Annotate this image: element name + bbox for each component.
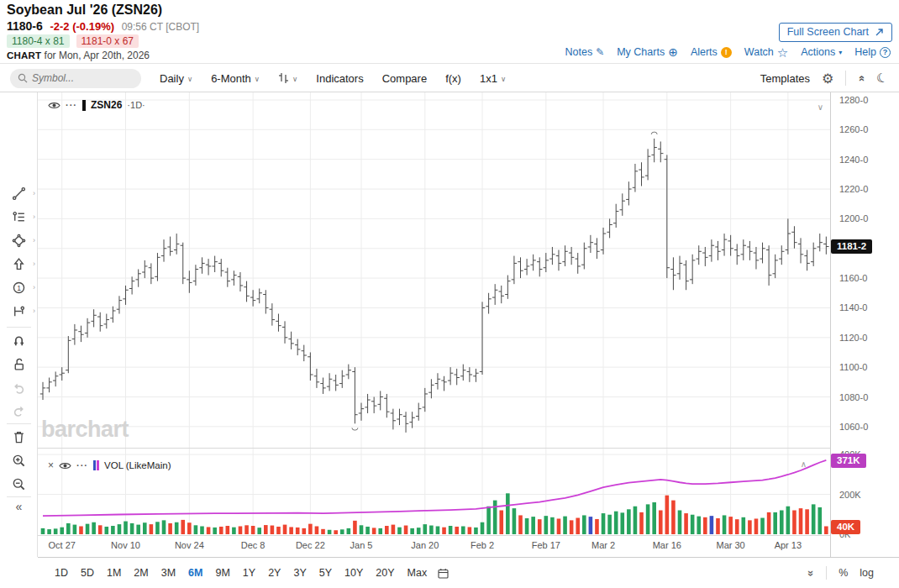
volume-bar [474, 528, 478, 534]
shapes-tool[interactable]: › [0, 230, 38, 250]
fibonacci-tool[interactable]: › [0, 207, 38, 227]
quote-line: 1180-6 -2-2 (-0.19%) 09:56 CT [CBOT] [7, 19, 199, 33]
collapse-footer-icon[interactable]: » [805, 570, 818, 575]
actions-menu[interactable]: Actions▾ [801, 46, 842, 58]
alerts-link[interactable]: Alerts! [691, 46, 732, 58]
redo-button[interactable] [0, 400, 38, 420]
range-dropdown[interactable]: 6-Month∨ [211, 72, 260, 85]
range-9M[interactable]: 9M [215, 567, 229, 579]
zoom-out-button[interactable] [0, 474, 38, 494]
actions-label: Actions [801, 46, 835, 58]
volume-color-swatch [93, 460, 99, 470]
toolbar-divider [845, 71, 846, 86]
annotation-tool[interactable]: 1 › [0, 277, 38, 297]
help-link[interactable]: Help? [854, 46, 891, 58]
volume-bar [760, 518, 765, 534]
range-5Y[interactable]: 5Y [319, 567, 332, 579]
grid-layout-dropdown[interactable]: 1x1∨ [480, 72, 506, 85]
volume-bar [703, 517, 707, 534]
price-legend: ··· ZSN26 ·1D· [48, 99, 145, 111]
range-1Y[interactable]: 1Y [243, 567, 255, 579]
trendline-tool[interactable]: › [0, 183, 38, 203]
zoom-in-button[interactable] [0, 450, 38, 470]
range-2Y[interactable]: 2Y [268, 567, 281, 579]
volume-bar [257, 528, 261, 534]
notes-link[interactable]: Notes✎ [565, 46, 604, 58]
volume-bar [397, 528, 402, 534]
eye-icon[interactable] [59, 461, 71, 470]
range-3M[interactable]: 3M [161, 567, 176, 579]
range-1D[interactable]: 1D [55, 567, 68, 579]
watch-link[interactable]: Watch☆ [744, 46, 788, 58]
collapse-sidebar-button[interactable]: « [0, 500, 38, 513]
log-scale-button[interactable]: log [860, 567, 874, 579]
arrow-marker-tool[interactable]: › [0, 254, 38, 274]
volume-bar [340, 529, 344, 534]
last-price-badge: 1181-2 [831, 239, 872, 254]
price-axis[interactable]: 1280-01260-01240-01220-01200-01160-01140… [830, 92, 899, 557]
magnet-tool[interactable] [0, 330, 38, 350]
price-axis-label: 1200-0 [839, 213, 868, 224]
range-20Y[interactable]: 20Y [376, 567, 394, 579]
templates-button[interactable]: Templates [760, 72, 810, 85]
volume-bar [187, 522, 192, 534]
measure-tool[interactable]: › [0, 301, 38, 321]
legend-more-icon[interactable]: ··· [76, 460, 88, 470]
price-chart-svg[interactable] [38, 92, 830, 448]
volume-bar [143, 522, 147, 534]
compare-button[interactable]: Compare [382, 72, 427, 85]
date-axis-label: Feb 17 [526, 540, 566, 550]
volume-bar [557, 518, 561, 534]
range-10Y[interactable]: 10Y [344, 567, 363, 579]
volume-panel-chevron-icon[interactable]: ∧ [801, 459, 807, 469]
collapse-panel-up-icon[interactable]: » [854, 75, 867, 81]
range-Max[interactable]: Max [407, 567, 428, 579]
dark-mode-moon-icon[interactable]: ☾ [875, 70, 889, 87]
notes-icon: ✎ [596, 46, 604, 58]
close-icon[interactable]: × [48, 459, 54, 471]
quote-header: Soybean Jul '26 (ZSN26) 1180-6 -2-2 (-0.… [0, 0, 899, 64]
symbol-search[interactable] [10, 69, 141, 88]
full-screen-chart-button[interactable]: Full Screen Chart [779, 23, 892, 42]
percent-scale-button[interactable]: % [839, 567, 848, 579]
contract-high-marker [651, 132, 657, 134]
date-axis[interactable]: Oct 27Nov 10Nov 24Dec 8Dec 22Jan 5Jan 20… [38, 535, 830, 557]
range-2M[interactable]: 2M [134, 567, 148, 579]
volume-bar [392, 525, 396, 534]
settings-gear-icon[interactable]: ⚙ [822, 71, 833, 87]
undo-button[interactable] [0, 377, 38, 397]
range-6M[interactable]: 6M [188, 567, 202, 579]
my-charts-link[interactable]: My Charts⊕ [617, 46, 678, 58]
volume-bar [321, 529, 325, 534]
bar-type-dropdown[interactable]: ∨ [278, 72, 297, 84]
range-5D[interactable]: 5D [81, 567, 94, 579]
price-axis-label: 1100-0 [839, 361, 867, 373]
legend-symbol: ZSN26 [91, 99, 122, 111]
calendar-icon[interactable] [438, 568, 449, 579]
unlock-tool[interactable] [0, 354, 38, 374]
indicators-button[interactable]: Indicators [316, 72, 363, 85]
range-3Y[interactable]: 3Y [293, 567, 306, 579]
volume-bar [665, 496, 670, 534]
delete-drawings-button[interactable] [0, 427, 38, 447]
volume-bar [98, 525, 103, 534]
range-1M[interactable]: 1M [107, 567, 121, 579]
panel-divider[interactable] [38, 448, 899, 449]
volume-bar [118, 524, 122, 534]
legend-more-icon[interactable]: ··· [66, 100, 77, 110]
period-dropdown[interactable]: Daily∨ [160, 72, 192, 85]
volume-bar [296, 528, 300, 534]
volume-bar [213, 528, 217, 534]
volume-bar [646, 504, 650, 534]
period-label: Daily [160, 72, 184, 85]
eye-icon[interactable] [48, 101, 60, 110]
search-input[interactable] [32, 72, 124, 84]
volume-legend: × ··· VOL (LikeMain) [48, 459, 171, 471]
price-panel-chevron-icon[interactable]: ∨ [818, 102, 823, 112]
volume-bar [47, 529, 51, 534]
volume-bar [659, 511, 663, 535]
volume-bar [620, 512, 624, 534]
fx-button[interactable]: f(x) [445, 72, 461, 85]
date-axis-label: Jan 5 [341, 540, 381, 550]
volume-bar [570, 520, 574, 534]
